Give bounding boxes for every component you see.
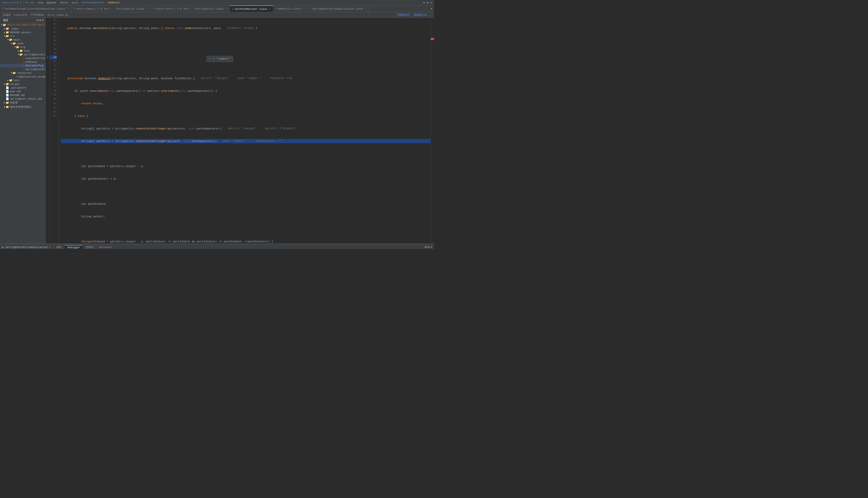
tab-overflow-icon[interactable]: ▾ (431, 7, 432, 11)
main-layout: 项目 ⚙ ⊞ ⊟ ▼ 📁 shiro-cve-2020-17523-main [… (0, 18, 434, 244)
sidebar-close-icon[interactable]: ⊟ (42, 18, 44, 22)
tab-debug[interactable]: 调试 (54, 245, 64, 249)
code-editor: ⚠ 31 32 33 (46, 18, 434, 244)
external-libs-icon: 📁 (6, 101, 9, 104)
bc-jar[interactable]: shiro-core-1.7.0.jar (2, 1, 35, 4)
bottom-section: ▶ SpringbootShiroApplication × 调试 Debugg… (0, 244, 434, 249)
shiroconfig-label: ShiroConfig (25, 64, 43, 67)
tab-close[interactable]: × (303, 8, 305, 10)
tab-springbootshiroapplication[interactable]: J SpringbootShiroApplication.java × (307, 5, 369, 12)
folder-java[interactable]: ▼ 📂 java (0, 42, 45, 45)
tab-actuator[interactable]: Actuator (97, 245, 115, 249)
editor-tab-bar: C PathMatchingFilterChainResolver.class … (0, 5, 434, 12)
file-gitignore[interactable]: ▶ 📄 .gitignore (0, 86, 45, 90)
iml-icon: 📄 (6, 97, 9, 101)
class-icon: C (232, 8, 234, 10)
bc-org[interactable]: org (38, 1, 43, 4)
expand-icon[interactable]: ⊟ (427, 1, 429, 4)
tab-close[interactable]: × (365, 8, 366, 10)
bottom-close-icon[interactable]: ✕ (430, 245, 432, 249)
folder-resources[interactable]: ▼ 📂 resources (0, 71, 45, 75)
folder-temp-consoles[interactable]: ▶ 📁 临时文件和控制台 (0, 105, 45, 109)
code-line-46: String patDir; (61, 214, 430, 219)
file-logincontroller[interactable]: ▶ ☕ LoginController (0, 56, 45, 60)
class-icon: C (276, 8, 277, 10)
folder-src[interactable]: ▼ 📂 src (0, 34, 45, 38)
debug-session-close[interactable]: × (49, 246, 51, 249)
folder-src-icon: 📂 (6, 35, 9, 38)
sidebar-gear-icon[interactable]: ⊞ (39, 18, 41, 22)
folder-main[interactable]: ▼ 📂 main (0, 38, 45, 42)
tab-close[interactable]: × (146, 8, 148, 10)
decompile-info: 反编译 .class文件, 字节码版本: 52.0 (Java 8) (2, 13, 68, 17)
code-line-40: String[] pathDirs = StringUtils.tokenize… (61, 139, 430, 143)
folder-target[interactable]: ▶ 📁 target (0, 82, 45, 86)
file-application-properties[interactable]: ▶ ⚙ application.properties (0, 75, 45, 78)
file-myrealm[interactable]: ▶ ☕ MyRealm (0, 60, 45, 64)
application-properties-label: application.properties (18, 75, 45, 78)
tab-close[interactable]: × (226, 8, 227, 10)
file-springbootapp[interactable]: ▶ ☕ SpringbootShiroApplication (0, 67, 45, 71)
tab-antpathmatcher[interactable]: C AntPathMatcher.class × (230, 5, 273, 12)
folder-readme-assets[interactable]: ▶ 📁 README.assets (0, 30, 45, 34)
bc-shiro[interactable]: shiro (60, 1, 68, 4)
tab-close[interactable]: × (67, 8, 68, 10)
breakpoint-column: ⚠ (46, 18, 50, 244)
tab-close[interactable]: × (269, 8, 271, 10)
debug-tabs-bar: ▶ SpringbootShiroApplication × 调试 Debugg… (0, 244, 434, 249)
temp-consoles-icon: 📁 (6, 105, 9, 108)
folder-readme-assets-icon: 📁 (6, 31, 9, 34)
folder-test[interactable]: ▶ 📁 test (0, 49, 45, 53)
sidebar: 项目 ⚙ ⊞ ⊟ ▼ 📁 shiro-cve-2020-17523-main [… (0, 18, 46, 244)
folder-org[interactable]: ▼ 📂 org (0, 45, 45, 49)
bc-method[interactable]: doMatch (108, 1, 119, 4)
tab-label: shiro-core-1.7.0.jar/.../StringUtils.cla… (156, 8, 224, 10)
folder-springbootshiro-icon: 📂 (20, 53, 23, 56)
external-libs-label: 外部库 (10, 101, 18, 105)
download-source-link[interactable]: 下载源代码 (396, 13, 410, 17)
settings-icon[interactable]: ⚙ (423, 1, 425, 4)
bc-apache[interactable]: apache (47, 1, 56, 4)
folder-readme-assets-label: README.assets (10, 31, 31, 34)
tab-label: SpringbootShiroApplication.java (312, 8, 363, 10)
close-icon[interactable]: ✕ (430, 1, 432, 4)
bc-class[interactable]: AntPathMatcher (82, 1, 104, 4)
tab-stringutils-lang[interactable]: C shiro-lang-1.7.0.jar/.../StringUtils.c… (71, 5, 151, 12)
folder-target-label: target (10, 83, 20, 86)
folder-test2[interactable]: ▶ 📁 test (0, 78, 45, 82)
folder-springbootshiro-label: springbootshiro (24, 53, 45, 56)
bottom-settings-icon[interactable]: ⚙ (425, 245, 426, 249)
tab-debugger[interactable]: Debugger (65, 245, 83, 249)
code-line-44 (61, 189, 430, 193)
tab-console[interactable]: 控制台 (83, 245, 96, 249)
file-pomxml[interactable]: ▶ 📄 pom.xml (0, 90, 45, 93)
choose-source-link[interactable]: 选择源(S)... (414, 13, 431, 17)
project-root[interactable]: ▼ 📁 shiro-cve-2020-17523-main [srpingboo… (0, 23, 45, 27)
tab-webutils[interactable]: C WebUtils.class × (273, 5, 307, 12)
file-readme[interactable]: ▶ 📄 README.md (0, 93, 45, 97)
code-line-42: int pattIdxEnd = pattDirs.length - 1; (61, 164, 430, 168)
readme-icon: 📄 (6, 93, 9, 97)
sidebar-settings-icon[interactable]: ⚙ (36, 18, 38, 22)
tab-pathmatching[interactable]: C PathMatchingFilterChainResolver.class … (0, 5, 71, 12)
tab-stringutils-core[interactable]: C shiro-core-1.7.0.jar/.../StringUtils.c… (151, 5, 230, 12)
code-line-36: if (path.startsWith(this.pathSeparator) … (61, 89, 430, 93)
code-content[interactable]: public boolean matchStart(String pattern… (59, 18, 430, 244)
tooltip-popup: + + "/admin/" (207, 56, 233, 62)
folder-external-libs[interactable]: ▶ 📁 外部库 (0, 101, 45, 105)
file-shiroconfig[interactable]: ▶ ☕ ShiroConfig (0, 64, 45, 67)
file-springboot-iml[interactable]: ▶ 📄 springboot-shiro.iml (0, 97, 45, 101)
folder-test-icon: 📁 (20, 49, 23, 52)
bottom-minimize-icon[interactable]: ⊟ (428, 245, 429, 249)
tooltip-plus-icon: + (209, 57, 210, 60)
pomxml-label: pom.xml (10, 90, 21, 93)
debug-run-icon[interactable]: ▶ (2, 245, 4, 249)
code-line-47 (61, 227, 430, 231)
folder-idea[interactable]: ▶ 📁 .idea (0, 27, 45, 30)
folder-springbootshiro[interactable]: ▼ 📂 springbootshiro (0, 53, 45, 56)
code-line-33 (61, 51, 430, 55)
bc-util[interactable]: util (72, 1, 78, 4)
class-icon: C (2, 8, 4, 10)
folder-resources-label: resources (17, 71, 31, 75)
code-line-48: for(pathIdxEnd = pattDirs.length - 1; pa… (61, 239, 430, 244)
